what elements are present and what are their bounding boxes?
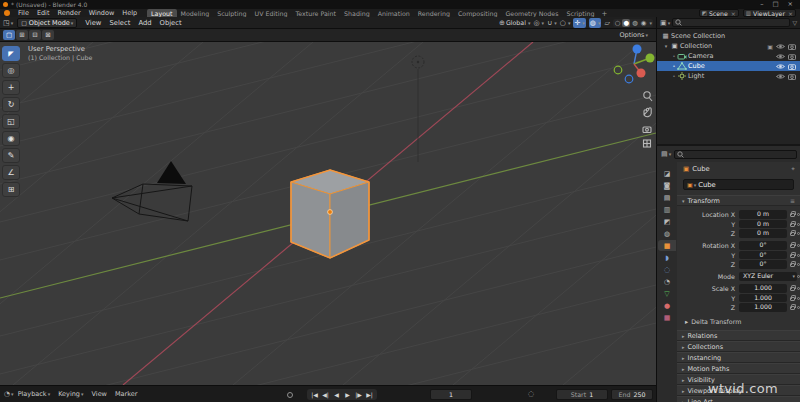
disable-render-camera-icon[interactable] — [788, 63, 797, 70]
blender-app-menu[interactable] — [0, 10, 14, 16]
pan-view-icon[interactable] — [644, 108, 651, 117]
editor-type-icon[interactable]: ◳ — [3, 19, 13, 27]
jump-to-start-button[interactable]: |◀ — [309, 389, 320, 400]
maximize-button[interactable]: □ — [772, 0, 778, 9]
shading-material-button[interactable]: ◍ — [631, 19, 639, 27]
tab-world[interactable]: ◍ — [658, 228, 676, 239]
tab-object-data[interactable]: ▽ — [658, 288, 676, 299]
tab-output[interactable]: ▤ — [658, 192, 676, 203]
tab-object[interactable]: ■ — [658, 240, 676, 251]
tab-modifiers[interactable]: ◗ — [658, 252, 676, 263]
menu-view[interactable]: View — [81, 19, 105, 27]
light-object[interactable] — [412, 56, 424, 162]
tab-material[interactable]: ● — [658, 300, 676, 311]
tool-select-box[interactable]: ◤ — [2, 46, 20, 61]
panel-line-art[interactable]: ▸Line Art — [677, 396, 800, 402]
shading-solid-button[interactable]: ● — [622, 19, 630, 27]
outliner-row-collection[interactable]: ▾ ▣ Collection ▣ — [657, 41, 800, 51]
gizmo-x-axis[interactable] — [637, 69, 646, 78]
location-z-field[interactable]: 0 m — [739, 229, 787, 238]
lock-icon[interactable] — [790, 254, 795, 258]
rotation-z-field[interactable]: 0° — [739, 260, 787, 269]
hide-eye-icon[interactable] — [776, 63, 785, 70]
view-layer-remove-icon[interactable]: × — [788, 10, 793, 17]
previous-keyframe-button[interactable]: ◀| — [320, 389, 331, 400]
rotation-mode-dropdown[interactable]: XYZ Euler ▾ — [739, 272, 797, 281]
tab-tool[interactable]: ◪ — [658, 168, 676, 179]
lock-icon[interactable] — [790, 297, 795, 301]
pin-id-icon[interactable]: ⌖ — [791, 165, 795, 173]
gizmo-y-neg-axis[interactable] — [614, 66, 622, 74]
gizmo-y-axis[interactable] — [646, 54, 655, 63]
hide-eye-icon[interactable] — [776, 73, 785, 80]
hide-eye-icon[interactable] — [776, 43, 785, 50]
rotation-x-field[interactable]: 0° — [739, 241, 787, 250]
cube-object[interactable] — [291, 170, 369, 258]
next-keyframe-button[interactable]: |▶ — [353, 389, 364, 400]
lock-icon[interactable] — [790, 263, 795, 267]
timeline-menu-playback[interactable]: Playback — [14, 390, 55, 398]
select-mode-new-button[interactable]: ▢ — [3, 30, 15, 40]
tab-physics[interactable]: ◌ — [658, 264, 676, 275]
tool-annotate[interactable]: ✎ — [2, 148, 20, 163]
view-layer-selector[interactable]: ▥ ViewLayer × — [743, 9, 796, 17]
tool-scale[interactable]: ◱ — [2, 114, 20, 129]
transform-panel-header[interactable]: ▾ Transform ≡ — [677, 195, 800, 206]
viewport-3d[interactable]: User Perspective (1) Collection | Cube ◤… — [0, 42, 656, 385]
tab-texture[interactable]: ▦ — [658, 312, 676, 323]
tool-rotate[interactable]: ↻ — [2, 97, 20, 112]
tool-move[interactable]: + — [2, 80, 20, 95]
shading-wireframe-button[interactable]: ○ — [614, 19, 622, 27]
tool-transform[interactable]: ◉ — [2, 131, 20, 146]
tab-constraints[interactable]: ◔ — [658, 276, 676, 287]
frame-start-field[interactable]: Start1 — [556, 389, 608, 400]
scale-y-field[interactable]: 1.000 — [739, 294, 787, 303]
scene-selector[interactable]: ◩ Scene × — [699, 9, 739, 17]
rotation-y-field[interactable]: 0° — [739, 251, 787, 260]
panel-relations[interactable]: ▸Relations — [677, 330, 800, 341]
proportional-editing-dropdown[interactable]: ○ — [560, 18, 571, 28]
panel-collections[interactable]: ▸Collections — [677, 341, 800, 352]
timeline-editor-icon[interactable]: ◔ — [4, 390, 14, 398]
timeline-menu-keying[interactable]: Keying — [54, 390, 87, 398]
disable-render-camera-icon[interactable] — [788, 53, 797, 60]
lock-icon[interactable] — [790, 223, 795, 227]
options-dropdown[interactable]: Options — [619, 31, 653, 39]
outliner-row-camera[interactable]: • Camera — [657, 51, 800, 61]
toggle-perspective-icon[interactable] — [644, 140, 651, 147]
lock-icon[interactable] — [790, 244, 795, 248]
tab-view-layer[interactable]: ▥ — [658, 204, 676, 215]
select-mode-subtract-button[interactable]: ⊟ — [29, 30, 41, 40]
play-button[interactable]: ▶ — [342, 389, 353, 400]
lock-icon[interactable] — [790, 213, 795, 217]
xray-toggle[interactable]: ▱ — [604, 18, 609, 28]
hide-eye-icon[interactable] — [776, 53, 785, 60]
select-mode-extend-button[interactable]: ⊞ — [16, 30, 28, 40]
close-button[interactable]: × — [788, 0, 793, 9]
panel-menu-icon[interactable]: ≡ — [790, 197, 795, 204]
collection-checkbox-icon[interactable]: ▣ — [767, 43, 773, 50]
lock-icon[interactable] — [790, 306, 795, 310]
menu-add[interactable]: Add — [134, 19, 155, 27]
panel-instancing[interactable]: ▸Instancing — [677, 352, 800, 363]
navigation-gizmo[interactable] — [614, 45, 654, 83]
gizmo-z-axis[interactable] — [633, 45, 642, 54]
properties-search-input[interactable] — [674, 150, 797, 159]
object-name-field[interactable]: ▣ Cube — [683, 179, 794, 190]
outliner-row-light[interactable]: • Light — [657, 71, 800, 81]
minimize-button[interactable]: – — [760, 0, 763, 9]
show-gizmo-toggle[interactable]: ✛ — [573, 18, 585, 28]
auto-keyframe-button[interactable] — [287, 392, 293, 398]
tool-cursor[interactable]: ◎ — [2, 63, 20, 78]
disable-render-camera-icon[interactable] — [788, 43, 797, 50]
menu-object[interactable]: Object — [156, 19, 186, 27]
frame-end-field[interactable]: End250 — [611, 389, 653, 400]
panel-motion-paths[interactable]: ▸Motion Paths — [677, 363, 800, 374]
location-x-field[interactable]: 0 m — [739, 210, 787, 219]
tool-measure[interactable]: ∠ — [2, 165, 20, 180]
viewport-canvas[interactable] — [0, 42, 656, 385]
mode-dropdown[interactable]: ▢ Object Mode — [17, 18, 77, 28]
play-reverse-button[interactable]: ◀ — [331, 389, 342, 400]
scene-unlink-icon[interactable]: × — [731, 10, 736, 17]
properties-editor-icon[interactable]: ▤ — [661, 150, 671, 158]
